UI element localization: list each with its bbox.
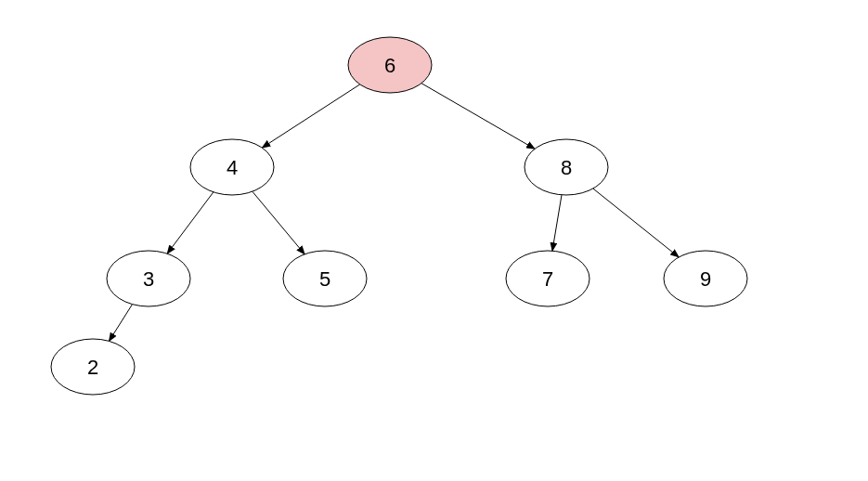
node-label: 3: [143, 267, 154, 291]
node-label: 6: [384, 54, 395, 77]
tree-edge: [421, 84, 535, 150]
tree-node: 4: [190, 139, 274, 195]
tree-node: 9: [664, 251, 747, 306]
binary-tree-diagram: 64835792: [0, 0, 868, 481]
node-label: 9: [700, 267, 711, 291]
tree-edge: [262, 84, 359, 148]
node-label: 7: [542, 267, 553, 291]
tree-edge: [109, 305, 132, 342]
tree-node: 6: [348, 37, 432, 93]
node-label: 8: [561, 156, 572, 179]
tree-node: 8: [525, 139, 608, 195]
tree-node: 5: [283, 251, 367, 306]
tree-edges: [109, 84, 679, 342]
tree-edge: [167, 192, 214, 254]
tree-edge: [552, 195, 562, 251]
tree-edge: [253, 191, 304, 254]
node-label: 5: [319, 267, 330, 291]
node-label: 4: [227, 156, 238, 179]
tree-node: 3: [107, 251, 190, 306]
node-label: 2: [87, 356, 98, 379]
tree-edge: [593, 188, 679, 257]
tree-nodes: 64835792: [51, 37, 747, 395]
tree-node: 7: [506, 251, 589, 306]
tree-node: 2: [51, 339, 135, 395]
